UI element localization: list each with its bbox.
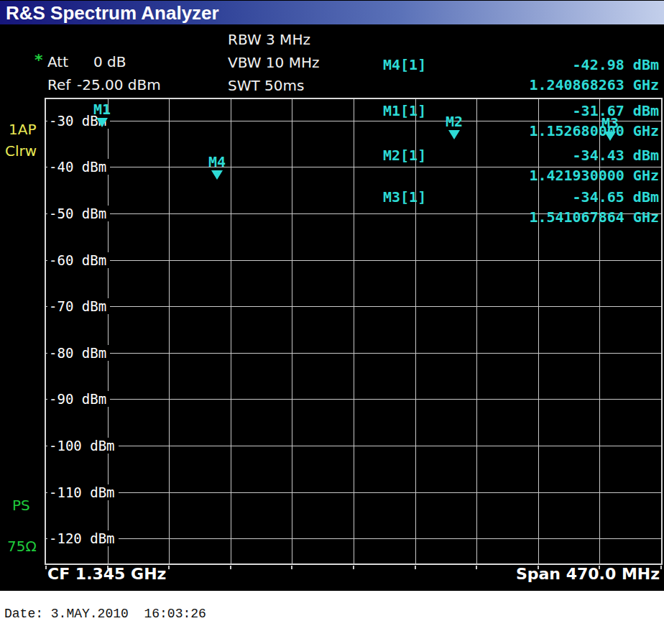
spectrum-analyzer-screen: R&S Spectrum Analyzer * Att 0 dB Ref -25… <box>0 0 664 591</box>
vbw-readout: VBW 10 MHz <box>228 54 319 71</box>
ref-label: Ref <box>47 76 70 93</box>
x-axis-tick <box>230 566 231 569</box>
marker-triangle-icon <box>211 170 223 180</box>
marker-readout-label: M4[1] <box>383 56 426 73</box>
marker-readout-label: M1[1] <box>383 102 426 119</box>
x-axis-tick <box>353 566 354 569</box>
marker-readout-row: M3[1] -34.65 dBm 1.541067864 GHz <box>383 188 659 226</box>
x-axis-tick <box>291 566 292 569</box>
x-axis-tick <box>660 566 662 569</box>
marker-m4-label: M4 <box>206 155 228 169</box>
x-axis-tick <box>45 566 47 569</box>
app-title: R&S Spectrum Analyzer <box>6 2 219 24</box>
footer-strip: Date: 3.MAY.2010 16:03:26 <box>0 591 664 644</box>
x-axis-tick <box>476 566 477 569</box>
marker-level-value: -34.65 dBm <box>573 188 659 206</box>
marker-m1-glyph[interactable]: M1 <box>91 102 113 127</box>
date-text: Date: 3.MAY.2010 16:03:26 <box>4 607 206 621</box>
att-value: 0 dB <box>93 53 126 70</box>
x-axis-tick <box>415 566 416 569</box>
marker-level-value: -31.67 dBm <box>573 102 659 119</box>
marker-readout-row: M2[1] -34.43 dBm 1.421930000 GHz <box>383 147 659 184</box>
marker-readout-row: M4[1] -42.98 dBm 1.240868263 GHz <box>383 56 659 93</box>
center-frequency-readout: CF 1.345 GHz <box>47 565 166 583</box>
detector-label: PS <box>12 497 30 514</box>
marker-readout-row: M1[1] -31.67 dBm 1.152680000 GHz <box>383 102 659 139</box>
marker-level-value: -34.43 dBm <box>573 147 659 164</box>
marker-readout-panel: M4[1] -42.98 dBm 1.240868263 GHz M1[1] -… <box>383 0 659 230</box>
x-axis-tick <box>168 566 170 569</box>
marker-readout-label: M2[1] <box>383 147 426 164</box>
trace-mode-label: Clrw <box>5 142 37 160</box>
marker-frequency-value: 1.541067864 GHz <box>529 208 659 226</box>
marker-readout-label: M3[1] <box>383 188 426 206</box>
marker-triangle-icon <box>96 118 108 127</box>
marker-m4-glyph[interactable]: M4 <box>206 155 228 180</box>
swt-readout: SWT 50ms <box>228 77 304 94</box>
att-label: Att <box>47 53 68 70</box>
marker-level-value: -42.98 dBm <box>573 56 659 73</box>
rbw-readout: RBW 3 MHz <box>228 31 310 48</box>
marker-m1-label: M1 <box>91 102 113 116</box>
ref-value: -25.00 dBm <box>77 76 161 93</box>
marker-frequency-value: 1.240868263 GHz <box>529 76 659 93</box>
span-readout: Span 470.0 MHz <box>516 565 660 583</box>
marker-frequency-value: 1.152680000 GHz <box>529 122 659 139</box>
impedance-label: 75Ω <box>7 538 37 555</box>
marker-frequency-value: 1.421930000 GHz <box>529 167 659 184</box>
att-modified-asterisk-icon: * <box>34 51 43 69</box>
trace-number-label: 1AP <box>9 121 36 138</box>
